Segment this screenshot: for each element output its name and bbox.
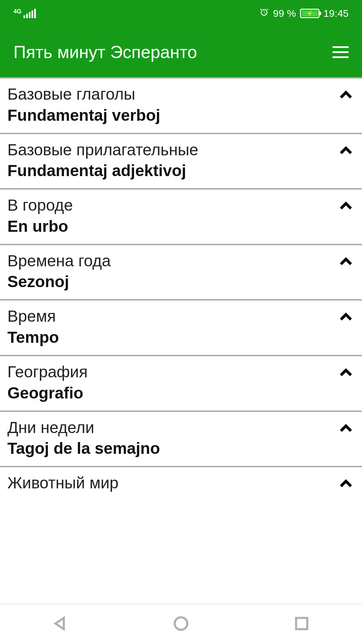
list-item[interactable]: Дни недели Tagoj de la semajno	[0, 412, 362, 466]
home-button[interactable]	[173, 615, 189, 633]
list-item[interactable]: Время Tempo	[0, 301, 362, 355]
chevron-up-icon	[339, 422, 353, 437]
list-item[interactable]: В городе En urbo	[0, 190, 362, 244]
app-bar: Пять минут Эсперанто	[0, 27, 362, 77]
item-title-ru: Базовые глаголы	[7, 85, 333, 104]
svg-rect-2	[296, 618, 307, 629]
chevron-up-icon	[339, 477, 353, 492]
recent-apps-button[interactable]	[293, 615, 310, 633]
status-left: 4G	[13, 9, 36, 18]
category-list: Базовые глаголы Fundamentaj verboj Базов…	[0, 77, 362, 501]
item-title-eo: En urbo	[7, 216, 333, 236]
item-title-eo: Fundamentaj adjektivoj	[7, 161, 333, 181]
item-title-eo: Sezonoj	[7, 272, 333, 292]
alarm-icon	[259, 7, 269, 20]
signal-icon	[23, 9, 36, 18]
list-item[interactable]: Базовые прилагательные Fundamentaj adjek…	[0, 134, 362, 189]
status-bar: 4G 99 % ⚡ 19:45	[0, 0, 362, 27]
status-right: 99 % ⚡ 19:45	[259, 7, 349, 20]
item-title-ru: Базовые прилагательные	[7, 140, 333, 160]
battery-icon: ⚡	[300, 9, 319, 18]
chevron-up-icon	[339, 200, 353, 214]
item-title-ru: Времена года	[7, 251, 333, 271]
item-title-eo: Tempo	[7, 327, 333, 347]
clock: 19:45	[323, 8, 349, 19]
item-title-ru: Дни недели	[7, 418, 333, 437]
menu-icon[interactable]	[333, 46, 349, 58]
battery-percent: 99 %	[273, 8, 296, 19]
chevron-up-icon	[339, 144, 353, 159]
item-title-eo: Tagoj de la semajno	[7, 438, 333, 459]
chevron-up-icon	[339, 255, 353, 270]
item-title-eo: Fundamentaj verboj	[7, 105, 333, 125]
list-item[interactable]: Времена года Sezonoj	[0, 245, 362, 300]
item-title-ru: География	[7, 362, 333, 382]
app-title: Пять минут Эсперанто	[13, 42, 197, 62]
item-title-ru: Время	[7, 307, 333, 326]
chevron-up-icon	[339, 89, 353, 103]
network-type: 4G	[13, 8, 21, 15]
back-button[interactable]	[52, 615, 69, 633]
item-title-ru: Животный мир	[7, 473, 333, 493]
svg-point-1	[175, 617, 187, 630]
chevron-up-icon	[339, 311, 353, 325]
item-title-ru: В городе	[7, 196, 333, 215]
svg-marker-0	[55, 618, 64, 629]
item-title-eo: Geografio	[7, 383, 333, 403]
list-item[interactable]: География Geografio	[0, 356, 362, 411]
list-item[interactable]: Животный мир	[0, 467, 362, 501]
list-item[interactable]: Базовые глаголы Fundamentaj verboj	[0, 78, 362, 133]
navigation-bar	[0, 604, 362, 644]
chevron-up-icon	[339, 366, 353, 381]
